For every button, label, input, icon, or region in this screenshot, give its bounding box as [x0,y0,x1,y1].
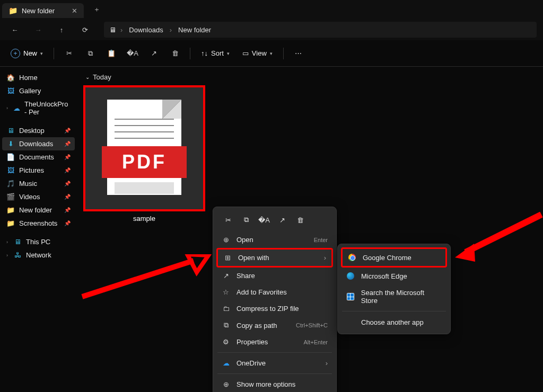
share-icon[interactable]: ↗ [274,212,291,227]
new-button[interactable]: + New ▾ [5,46,48,61]
copy-icon[interactable]: ⧉ [81,44,100,63]
submenu-search-the-microsoft-store[interactable]: Search the Microsoft Store [341,284,447,309]
cut-icon[interactable]: ✂ [220,212,237,227]
breadcrumb[interactable]: 🖥 › Downloads › New folder [104,22,537,38]
ctx-icon: ⊞ [223,254,232,262]
context-add-to-favorites[interactable]: ☆Add to Favorites [216,284,333,300]
ctx-label: Add to Favorites [237,288,287,296]
nav-icon: 📁 [6,219,15,227]
sidebar-item-documents[interactable]: 📄Documents📌 [2,150,75,164]
sidebar-item-home[interactable]: 🏠Home [2,71,75,84]
chevron-down-icon: ▾ [270,51,273,56]
view-button[interactable]: ▭ View ▾ [237,46,278,60]
group-today[interactable]: ⌄ Today [85,73,537,81]
sidebar-item-videos[interactable]: 🎬Videos📌 [2,190,75,203]
breadcrumb-downloads[interactable]: Downloads [127,25,165,35]
chevron-down-icon: ▾ [227,51,230,56]
submenu-google-chrome[interactable]: Google Chrome [341,247,447,268]
pin-icon: 📌 [64,207,71,213]
context-more-options[interactable]: ⊕ Show more options [216,376,333,392]
chevron-right-icon: › [6,105,8,111]
toolbar: + New ▾ ✂ ⧉ 📋 �A ↗ 🗑 ↑↓ Sort ▾ ▭ View ▾ … [0,40,543,67]
ctx-icon: ⊕ [222,236,230,244]
context-onedrive[interactable]: ☁ OneDrive › [216,355,333,371]
cut-icon[interactable]: ✂ [59,44,78,63]
nav-icon: 🖼 [6,166,15,174]
sidebar-label: TheUnlockPro - Per [24,100,71,116]
chevron-right-icon: › [120,26,122,34]
sidebar-item-screenshots[interactable]: 📁Screenshots📌 [2,217,75,230]
sidebar-item-this-pc[interactable]: ›🖥This PC [2,235,75,248]
pdf-icon: PDF [102,95,187,201]
up-button[interactable]: ↑ [53,21,70,38]
new-label: New [23,49,37,57]
chevron-right-icon: › [170,26,172,34]
new-tab-button[interactable]: ＋ [90,2,103,17]
separator [54,48,54,59]
cloud-icon: ☁ [222,359,230,367]
separator [217,352,332,353]
sidebar-item-gallery[interactable]: 🖼Gallery [2,84,75,97]
sort-button[interactable]: ↑↓ Sort ▾ [196,46,235,60]
submenu-microsoft-edge[interactable]: Microsoft Edge [341,268,447,284]
ctx-icon: 🗀 [222,305,230,313]
context-compress-to-zip-file[interactable]: 🗀Compress to ZIP file [216,300,333,317]
nav-icon: ☁ [13,104,20,112]
sidebar-label: Desktop [19,127,45,135]
group-label: Today [93,73,111,81]
refresh-button[interactable]: ⟳ [76,21,93,38]
sidebar-item-desktop[interactable]: 🖥Desktop📌 [2,124,75,137]
sidebar-item-theunlockpro---per[interactable]: ›☁TheUnlockPro - Per [2,97,75,119]
ctx-icon: ⚙ [222,338,230,346]
ctx-label: Open [237,236,253,244]
forward-button[interactable]: → [30,21,47,38]
submenu-choose-app[interactable]: Choose another app [341,314,447,331]
nav-icon: 🏠 [6,74,15,82]
close-icon[interactable]: ✕ [72,7,77,15]
ctx-label: Copy as path [237,322,277,329]
breadcrumb-newfolder[interactable]: New folder [176,25,213,35]
sidebar-label: Downloads [19,140,53,148]
sidebar-item-network[interactable]: ›🖧Network [2,248,75,262]
file-tile-sample[interactable]: PDF sample [83,85,205,226]
sidebar-item-pictures[interactable]: 🖼Pictures📌 [2,164,75,177]
file-thumbnail: PDF [83,85,205,211]
blank-icon [346,318,355,326]
pin-icon: 📌 [64,154,71,160]
more-icon[interactable]: ⋯ [289,44,308,63]
context-copy-as-path[interactable]: ⧉Copy as pathCtrl+Shift+C [216,317,333,334]
svg-marker-1 [187,254,208,272]
context-share[interactable]: ↗Share [216,268,333,284]
copy-icon[interactable]: ⧉ [238,212,255,227]
chevron-right-icon: › [6,239,8,245]
chevron-right-icon: › [324,254,326,262]
sort-icon: ↑↓ [201,49,208,57]
sub-label: Choose another app [361,318,424,326]
nav-icon: 🖼 [6,87,15,95]
paste-icon[interactable]: 📋 [102,44,121,63]
sidebar-label: This PC [26,238,50,246]
delete-icon[interactable]: 🗑 [165,44,185,63]
sidebar-label: Documents [19,153,54,161]
ctx-icon: ☆ [222,288,230,296]
tab-new-folder[interactable]: 📁 New folder ✕ [2,3,84,18]
sidebar-label: Pictures [19,166,44,174]
delete-icon[interactable]: 🗑 [292,212,309,227]
sidebar-label: New folder [19,206,52,214]
pin-icon: 📌 [64,194,71,200]
share-icon[interactable]: ↗ [144,44,163,63]
chevron-right-icon: › [6,253,8,258]
context-properties[interactable]: ⚙PropertiesAlt+Enter [216,334,333,350]
sidebar-item-music[interactable]: 🎵Music📌 [2,177,75,190]
pdf-badge: PDF [102,146,187,178]
context-open-with[interactable]: ⊞Open with› [216,248,333,268]
sort-label: Sort [211,49,224,57]
sidebar-item-new-folder[interactable]: 📁New folder📌 [2,203,75,217]
sidebar-item-downloads[interactable]: ⬇Downloads📌 [2,137,75,150]
rename-icon[interactable]: �A [256,212,273,227]
sub-label: Microsoft Edge [361,272,407,280]
back-button[interactable]: ← [6,21,23,38]
rename-icon[interactable]: �A [123,44,142,63]
chevron-down-icon: ⌄ [85,74,90,80]
context-open[interactable]: ⊕OpenEnter [216,231,333,248]
